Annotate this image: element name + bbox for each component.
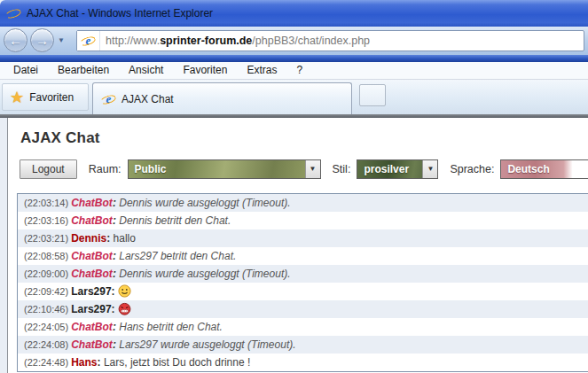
style-select[interactable]: prosilver ▼ [357,159,438,179]
chat-timestamp: (22:24:48) [24,357,71,368]
menu-item-ansicht[interactable]: Ansicht [119,62,173,79]
chat-username: Lars297 [71,303,111,315]
chat-message-text: Dennis wurde ausgeloggt (Timeout). [119,197,290,209]
url-domain: sprinter-forum.de [160,35,252,47]
chat-timestamp: (22:08:58) [24,251,71,261]
chat-message-row: (22:09:42) Lars297: [18,283,588,300]
ie-page-icon: e [82,35,95,47]
chat-username: ChatBot [71,214,113,227]
chat-message-text: Lars297 betritt den Chat. [119,250,236,262]
chat-username: ChatBot [71,338,113,351]
forward-button[interactable]: → [30,28,54,52]
recent-pages-chevron-icon[interactable]: ▼ [58,36,65,44]
chat-timestamp: (22:03:21) [24,233,71,244]
ie-icon: e [7,7,20,19]
chat-username: ChatBot [71,250,113,262]
chat-username: Dennis [71,232,106,245]
chat-message-row: (22:24:05) ChatBot: Hans betritt den Cha… [18,318,588,336]
tab-favicon-icon: e [102,93,115,105]
chat-message-row: (22:08:58) ChatBot: Lars297 betritt den … [18,247,588,265]
tab-bar: ★ Favoriten e AJAX Chat [0,80,588,114]
style-select-value: prosilver [357,160,422,178]
tab-title: AJAX Chat [122,93,174,105]
chat-message-list: (22:03:14) ChatBot: Dennis wurde ausgelo… [17,193,588,372]
menu-item-favoriten[interactable]: Favoriten [173,62,237,79]
chat-colon: : [98,356,104,369]
chat-colon: : [112,285,118,298]
address-bar[interactable]: e http://www.sprinter-forum.de/phpBB3/ch… [76,30,584,51]
new-tab-button[interactable] [359,84,386,106]
title-bar: e AJAX Chat - Windows Internet Explorer [0,0,588,27]
devil-emoticon-icon [118,303,131,315]
chat-message-row: (22:24:48) Hans: Lars, jetzt bist Du doc… [18,354,588,371]
room-select-arrow-icon[interactable]: ▼ [305,160,320,178]
chat-timestamp: (22:03:14) [24,198,71,208]
room-label: Raum: [89,163,122,175]
url-path: /phpBB3/chat/index.php [252,35,370,47]
favorites-button[interactable]: ★ Favoriten [2,83,89,111]
browser-window: e AJAX Chat - Windows Internet Explorer … [0,0,588,373]
favorites-star-icon: ★ [10,89,24,105]
chat-message-text: Lars, jetzt bist Du doch drinne ! [104,356,250,369]
room-select[interactable]: Public ▼ [128,159,321,179]
style-select-arrow-icon[interactable]: ▼ [422,160,437,178]
menu-item-bearbeiten[interactable]: Bearbeiten [48,62,119,79]
chat-message-row: (22:03:14) ChatBot: Dennis wurde ausgelo… [18,194,588,212]
chat-username: Hans [71,356,97,369]
navigation-bar: ← → ▼ e http://www.sprinter-forum.de/php… [0,27,588,55]
chat-message-row: (22:03:16) ChatBot: Dennis betritt den C… [18,212,588,229]
menu-bar: Datei Bearbeiten Ansicht Favoriten Extra… [0,62,588,80]
chat-colon: : [106,232,113,245]
window-title: AJAX Chat - Windows Internet Explorer [27,7,213,19]
navbar-bottom-strip [0,55,588,62]
chat-message-row: (22:10:46) Lars297: [18,300,588,318]
room-select-value: Public [129,160,305,178]
chat-colon: : [112,303,118,315]
chat-timestamp: (22:10:46) [24,304,71,315]
chat-timestamp: (22:24:05) [24,322,71,332]
chat-timestamp: (22:24:08) [24,339,71,350]
back-button[interactable]: ← [4,28,27,52]
chat-controls: Logout Raum: Public ▼ Stil: prosilver ▼ … [20,159,588,180]
page-viewport: AJAX Chat Logout Raum: Public ▼ Stil: pr… [0,118,588,373]
menu-item-extras[interactable]: Extras [237,62,286,79]
chat-username: Lars297 [71,285,111,298]
chat-message-text: Dennis wurde ausgeloggt (Timeout). [119,268,290,280]
chat-message-text: Dennis betritt den Chat. [119,214,231,227]
chat-username: ChatBot [71,197,113,209]
chat-timestamp: (22:03:16) [24,215,71,226]
logout-button[interactable]: Logout [20,159,77,179]
language-select-value: Deutsch [501,160,588,178]
chat-username: ChatBot [71,268,113,280]
language-select[interactable]: Deutsch ▼ [500,159,588,179]
language-label: Sprache: [450,163,494,175]
menu-item-datei[interactable]: Datei [4,62,48,79]
page-favicon: e [77,31,100,51]
smile-emoticon-icon [118,285,131,298]
chat-message-text: Lars297 wurde ausgeloggt (Timeout). [119,338,295,351]
favorites-label: Favoriten [29,91,74,104]
page-title: AJAX Chat [20,129,100,147]
chat-message-row: (22:03:21) Dennis: hallo [18,229,588,247]
chat-username: ChatBot [71,321,113,333]
chat-message-text: hallo [114,232,136,245]
style-label: Stil: [333,163,351,175]
url-prefix: http://www. [106,35,160,47]
url-text: http://www.sprinter-forum.de/phpBB3/chat… [106,35,370,47]
chat-message-row: (22:24:08) ChatBot: Lars297 wurde ausgel… [18,336,588,354]
chat-timestamp: (22:09:42) [24,286,71,297]
chat-timestamp: (22:09:00) [24,268,71,279]
chat-message-row: (22:09:00) ChatBot: Dennis wurde ausgelo… [18,265,588,283]
tab-ajax-chat[interactable]: e AJAX Chat [92,82,352,114]
chat-message-text: Hans betritt den Chat. [119,321,223,333]
menu-item-hilfe[interactable]: ? [286,62,312,79]
page-content: AJAX Chat Logout Raum: Public ▼ Stil: pr… [7,118,588,373]
